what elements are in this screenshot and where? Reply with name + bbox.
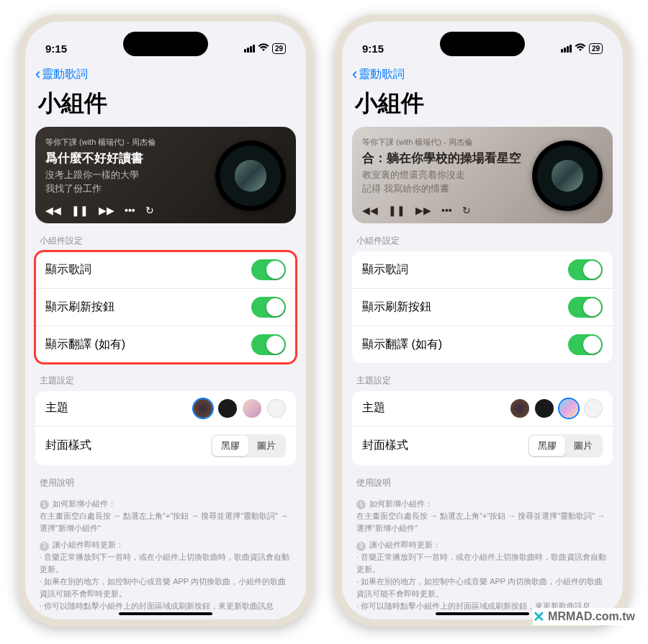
- cover-segment[interactable]: 黑膠 圖片: [528, 434, 603, 457]
- row-theme: 主題: [352, 391, 613, 426]
- nav-back[interactable]: ‹ 靈動歌詞: [25, 61, 306, 85]
- theme-swatch-4[interactable]: [584, 399, 603, 418]
- pause-icon[interactable]: ❚❚: [71, 205, 89, 216]
- row-show-lyrics[interactable]: 顯示歌詞: [35, 251, 296, 289]
- row-label: 顯示刷新按鈕: [362, 300, 431, 315]
- theme-swatch-4[interactable]: [267, 399, 286, 418]
- toggle-show-refresh[interactable]: [251, 297, 286, 318]
- cellular-icon: [244, 45, 255, 53]
- widget-preview[interactable]: 等你下課 (with 楊瑞代) - 周杰倫 合：躺在你學校的操場看星空 教室裏的…: [352, 127, 613, 223]
- section-widget-label: 小組件設定: [35, 223, 296, 251]
- lyric-line: 我找了份工作: [45, 182, 208, 196]
- theme-swatch-1[interactable]: [510, 399, 529, 418]
- refresh-icon[interactable]: ↻: [145, 205, 154, 216]
- lyric-line: 沒考上跟你一樣的大學: [45, 169, 208, 182]
- section-theme-label: 主題設定: [352, 363, 613, 391]
- row-show-translate[interactable]: 顯示翻譯 (如有): [352, 326, 613, 363]
- widget-settings-list: 顯示歌詞 顯示刷新按鈕 顯示翻譯 (如有): [352, 251, 613, 363]
- lyric-line: 教室裏的燈還亮着你沒走: [362, 169, 525, 182]
- song-subtitle: 等你下課 (with 楊瑞代) - 周杰倫: [45, 137, 208, 148]
- toggle-show-translate[interactable]: [568, 334, 603, 355]
- row-show-lyrics[interactable]: 顯示歌詞: [352, 251, 613, 289]
- back-label: 靈動歌詞: [359, 67, 405, 82]
- row-label: 顯示刷新按鈕: [45, 300, 114, 315]
- theme-settings-list: 主題 封面樣式 黑膠 圖片: [352, 391, 613, 465]
- theme-swatch-2[interactable]: [535, 399, 554, 418]
- song-main-lyric: 爲什麼不好好讀書: [45, 151, 208, 166]
- toggle-show-lyrics[interactable]: [251, 259, 286, 280]
- widget-preview[interactable]: 等你下課 (with 楊瑞代) - 周杰倫 爲什麼不好好讀書 沒考上跟你一樣的大…: [35, 127, 296, 223]
- phone-right: 9:15 29 ‹ 靈動歌詞 小組件 等你下課 (with 楊瑞代) - 周杰倫…: [335, 14, 630, 627]
- chevron-left-icon: ‹: [35, 65, 40, 84]
- theme-settings-list: 主題 封面樣式 黑膠 圖片: [35, 391, 296, 465]
- help-text: 1 如何新增小組件： 在主畫面空白處長按 → 點選左上角"+"按鈕 → 搜尋並選…: [35, 493, 296, 612]
- toggle-show-translate[interactable]: [251, 334, 286, 355]
- album-art-vinyl[interactable]: [532, 140, 603, 211]
- row-theme: 主題: [35, 391, 296, 426]
- section-theme-label: 主題設定: [35, 363, 296, 391]
- row-show-translate[interactable]: 顯示翻譯 (如有): [35, 326, 296, 363]
- section-help-label: 使用說明: [352, 465, 613, 493]
- row-label: 封面樣式: [362, 438, 408, 453]
- row-cover-style: 封面樣式 黑膠 圖片: [352, 426, 613, 465]
- section-widget-label: 小組件設定: [352, 223, 613, 251]
- toggle-show-refresh[interactable]: [568, 297, 603, 318]
- row-show-refresh[interactable]: 顯示刷新按鈕: [35, 289, 296, 326]
- more-icon[interactable]: •••: [125, 205, 135, 216]
- row-label: 顯示翻譯 (如有): [362, 337, 442, 352]
- battery-icon: 29: [589, 43, 603, 54]
- cover-segment[interactable]: 黑膠 圖片: [211, 434, 286, 457]
- dynamic-island: [123, 32, 208, 56]
- row-cover-style: 封面樣式 黑膠 圖片: [35, 426, 296, 465]
- watermark-text: MRMAD.com.tw: [548, 610, 635, 623]
- dynamic-island: [440, 32, 525, 56]
- screen: 9:15 29 ‹ 靈動歌詞 小組件 等你下課 (with 楊瑞代) - 周杰倫…: [342, 22, 623, 620]
- seg-vinyl[interactable]: 黑膠: [212, 436, 248, 456]
- clock: 9:15: [362, 43, 384, 55]
- lyric-line: 記得 我寫給你的情書: [362, 182, 525, 196]
- widget-settings-list: 顯示歌詞 顯示刷新按鈕 顯示翻譯 (如有): [35, 251, 296, 363]
- more-icon[interactable]: •••: [441, 205, 452, 216]
- seg-image[interactable]: 圖片: [248, 436, 284, 456]
- row-label: 封面樣式: [45, 438, 91, 453]
- wifi-icon: [575, 43, 586, 54]
- pause-icon[interactable]: ❚❚: [388, 205, 405, 216]
- row-label: 主題: [45, 401, 68, 416]
- phone-left: 9:15 29 ‹ 靈動歌詞 小組件 等你下課 (with 楊瑞代) - 周杰倫…: [18, 14, 313, 627]
- nav-back[interactable]: ‹ 靈動歌詞: [342, 61, 623, 85]
- row-show-refresh[interactable]: 顯示刷新按鈕: [352, 289, 613, 326]
- refresh-icon[interactable]: ↻: [462, 205, 471, 216]
- seg-vinyl[interactable]: 黑膠: [529, 436, 565, 456]
- rewind-icon[interactable]: ◀◀: [45, 205, 61, 216]
- player-controls: ◀◀ ❚❚ ▶▶ ••• ↻: [362, 205, 471, 216]
- album-art-vinyl[interactable]: [215, 140, 286, 211]
- watermark-icon: ✕: [533, 608, 545, 625]
- theme-swatch-1[interactable]: [194, 399, 212, 418]
- player-controls: ◀◀ ❚❚ ▶▶ ••• ↻: [45, 205, 154, 216]
- screen: 9:15 29 ‹ 靈動歌詞 小組件 等你下課 (with 楊瑞代) - 周杰倫…: [25, 22, 306, 620]
- song-main-lyric: 合：躺在你學校的操場看星空: [362, 151, 525, 166]
- section-help-label: 使用說明: [35, 465, 296, 493]
- chevron-left-icon: ‹: [352, 65, 357, 84]
- home-indicator[interactable]: [436, 612, 529, 615]
- home-indicator[interactable]: [119, 612, 212, 615]
- row-label: 顯示歌詞: [362, 262, 408, 277]
- watermark: ✕ MRMAD.com.tw: [533, 608, 635, 625]
- help-text: 1 如何新增小組件： 在主畫面空白處長按 → 點選左上角"+"按鈕 → 搜尋並選…: [352, 493, 613, 612]
- row-label: 顯示歌詞: [45, 262, 91, 277]
- theme-swatch-3[interactable]: [559, 399, 578, 418]
- page-title: 小組件: [342, 85, 623, 127]
- theme-swatch-3[interactable]: [243, 399, 261, 418]
- forward-icon[interactable]: ▶▶: [415, 205, 431, 216]
- back-label: 靈動歌詞: [42, 67, 88, 82]
- forward-icon[interactable]: ▶▶: [99, 205, 114, 216]
- toggle-show-lyrics[interactable]: [568, 259, 603, 280]
- row-label: 顯示翻譯 (如有): [45, 337, 125, 352]
- cellular-icon: [561, 45, 572, 53]
- seg-image[interactable]: 圖片: [565, 436, 601, 456]
- page-title: 小組件: [25, 85, 306, 127]
- rewind-icon[interactable]: ◀◀: [362, 205, 378, 216]
- clock: 9:15: [45, 43, 67, 55]
- theme-swatch-2[interactable]: [218, 399, 237, 418]
- battery-icon: 29: [272, 43, 286, 54]
